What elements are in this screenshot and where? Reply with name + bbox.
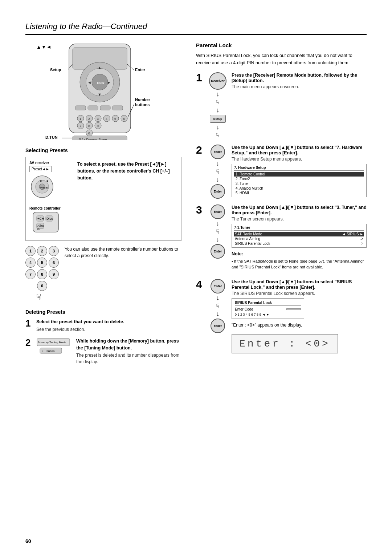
svg-rect-14	[113, 106, 123, 110]
delete-step-2-note: The preset is deleted and its number dis…	[76, 352, 181, 365]
num-btn-6: 6	[49, 258, 59, 268]
parental-step-4-body: Use the Up and Down [▲]/[▼] buttons to s…	[232, 279, 367, 353]
parental-step-3-body: Use the Up and Down [▲]/[▼] buttons to s…	[232, 204, 367, 273]
svg-text:6: 6	[123, 117, 125, 121]
num-btn-7: 7	[25, 269, 36, 279]
enter-note-text: "Enter : <0>" appears on the display.	[232, 323, 367, 328]
parental-step-3-text: Use the Up and Down [▲]/[▼] buttons to s…	[232, 205, 367, 215]
remote-controller-label: Remote controller	[29, 206, 73, 210]
parental-step-4-text: Use the Up and Down [▲]/[▼] buttons to s…	[232, 279, 352, 290]
down-arrow-2: ↓	[216, 106, 220, 114]
hand-icon-5: ☟	[216, 303, 220, 309]
tuner-screen: 7-3.Tuner SAT Radio Mode ◄ SIRIUS ► Ante…	[232, 224, 367, 248]
number-btn-description: You can also use the remote controller's…	[65, 246, 181, 259]
delete-step-2-num: 2	[25, 338, 33, 347]
preset-instruction: To select a preset, use the Preset [◄]/[…	[77, 161, 177, 181]
enter-button-3b: Enter	[211, 244, 225, 259]
num-btn-5: 5	[37, 258, 47, 268]
svg-text:D.TUN: D.TUN	[45, 135, 58, 139]
delete-step-1: 1 Select the preset that you want to del…	[25, 319, 181, 333]
tuner-screen-title: 7-3.Tuner	[234, 226, 364, 231]
num-btn-0: 0	[37, 281, 47, 291]
parental-step-4-num: 4	[196, 279, 204, 290]
parental-step-1-icons: Receiver ↓ ☟ ↓ Setup ↓ ☟	[207, 72, 229, 139]
parental-step-1-body: Press the [Receiver] Remote Mode button,…	[232, 72, 367, 89]
delete-step-2-text-area: While holding down the [Memory] button, …	[76, 338, 181, 365]
screen-item-2: 3. Tuner	[234, 181, 364, 186]
delete-step-1-note: See the previous section.	[36, 326, 181, 333]
tuner-row-0: SAT Radio Mode ◄ SIRIUS ►	[234, 232, 364, 236]
svg-rect-12	[88, 106, 98, 110]
screen-item-4: 5. HDMI	[234, 191, 364, 195]
parental-step-3: 3 Enter ↓ ☟ ↓ Enter Use the Up and Down …	[196, 204, 367, 273]
num-btn-9: 9	[49, 269, 59, 279]
svg-text:Number: Number	[135, 97, 150, 102]
parental-step-1-note: The main menu appears onscreen.	[232, 84, 367, 89]
enter-button-4b: Enter	[211, 319, 225, 333]
remote-controller-diagram: +CH Disc Albu m	[29, 210, 66, 236]
down-arrow-5: ↓	[216, 176, 220, 183]
enter-code-field	[286, 308, 301, 310]
hand-pointing-icon: ☟	[25, 292, 59, 302]
svg-text:7: 7	[79, 124, 81, 128]
title-suffix: —Continued	[103, 22, 147, 31]
down-arrow-4: ↓	[216, 160, 220, 167]
parental-lock-intro: With SIRIUS Parental Lock, you can lock …	[196, 52, 367, 66]
svg-text:Preset: Preset	[40, 186, 48, 189]
down-arrow-1: ↓	[216, 90, 220, 98]
svg-text:◄: ◄	[87, 80, 91, 85]
number-btns-area: 1 2 3 4 5 6 7 8 9 0 ☟ You can also use t…	[25, 246, 181, 302]
tuner-row-1: Antenna Aiming ->	[234, 236, 364, 241]
hardware-setup-screen: 7. Hardware Setup 1. Remote Control 2. Z…	[232, 164, 367, 197]
svg-text:►: ►	[107, 80, 111, 85]
preset-box: AV receiver Preset◄► ◄ ► Preset Remote c…	[25, 157, 181, 241]
screen-item-1: 2. Zone2	[234, 177, 364, 181]
num-btn-1: 1	[25, 246, 36, 256]
parental-step-1: 1 Receiver ↓ ☟ ↓ Setup ↓ ☟ Press the [Re…	[196, 72, 367, 139]
av-receiver-diagram: ◄ ► Preset	[29, 174, 66, 203]
parental-step-4: 4 Enter ↓ ☟ ↓ Enter Use the Up and Down …	[196, 279, 367, 353]
preset-button-label: Preset◄►	[29, 166, 52, 172]
tuner-row-2: SIRIUS Parental Lock ->	[234, 241, 364, 246]
num-btn-4: 4	[25, 258, 36, 268]
svg-rect-52	[33, 212, 58, 232]
parental-step-3-num: 3	[196, 204, 204, 215]
svg-text:▲: ▲	[98, 65, 102, 70]
note-text: • If the SAT RadioMode is set to None (s…	[232, 258, 367, 270]
parental-step-2-note: The Hardware Setup menu appears.	[232, 157, 367, 162]
num-grid-container: 1 2 3 4 5 6 7 8 9 0 ☟	[25, 246, 59, 302]
parental-lock-header: Parental Lock	[196, 42, 367, 48]
memory-tuning-img: Memory Tuning Mode ⟵ button	[36, 338, 73, 365]
svg-text:2: 2	[88, 117, 90, 121]
parental-step-3-note: The Tuner screen appears.	[232, 216, 367, 222]
page-title: Listening to the Radio—Continued	[25, 22, 367, 35]
deleting-presets-section: Deleting Presets 1 Select the preset tha…	[25, 309, 181, 365]
deleting-presets-header: Deleting Presets	[25, 309, 181, 315]
screen-item-3: 4. Analog Multich	[234, 186, 364, 191]
svg-text:▲▼◄: ▲▼◄	[36, 44, 52, 50]
step3-note-box: Note: • If the SAT RadioMode is set to N…	[232, 251, 367, 270]
num-btn-8: 8	[37, 269, 47, 279]
svg-text:9: 9	[97, 124, 99, 128]
parental-step-1-text: Press the [Receiver] Remote Mode button,…	[232, 73, 357, 83]
svg-text:◄: ◄	[39, 179, 42, 183]
page: Listening to the Radio—Continued ▲▼◄	[0, 0, 392, 555]
svg-rect-11	[75, 106, 86, 110]
svg-text:►: ►	[46, 179, 49, 183]
parental-step-2-num: 2	[196, 145, 204, 155]
av-receiver-label: AV receiver	[29, 161, 73, 165]
preset-image-area: AV receiver Preset◄► ◄ ► Preset Remote c…	[29, 161, 73, 237]
svg-text:1: 1	[79, 117, 81, 121]
svg-text:4: 4	[106, 117, 107, 121]
delete-step-1-content: Select the preset that you want to delet…	[36, 319, 181, 333]
remote-svg: ▲▼◄ ▲ ▼ ◄ ► Enter	[25, 42, 163, 140]
enter-button-2b: Enter	[211, 184, 225, 199]
hand-icon-4: ☟	[216, 228, 220, 235]
svg-text:Disc: Disc	[46, 217, 53, 220]
enter-code-label: Enter Code	[235, 307, 253, 311]
down-arrow-3: ↓	[216, 123, 220, 131]
svg-text:▼: ▼	[98, 92, 102, 97]
enter-button-2: Enter	[211, 145, 225, 159]
enter-button-3: Enter	[211, 204, 225, 219]
hand-icon-2: ☟	[216, 132, 220, 139]
